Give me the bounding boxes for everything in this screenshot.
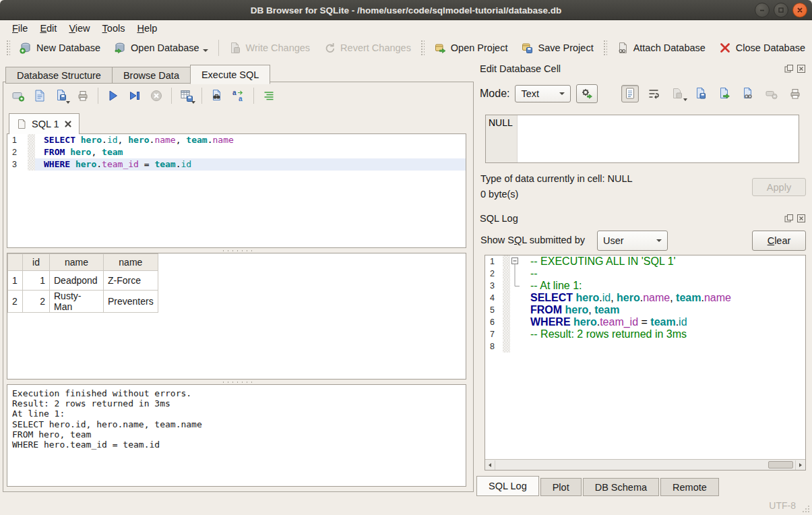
corner-header-cell[interactable] [8,254,23,271]
cell[interactable]: Rusty-Man [50,291,104,313]
minimize-icon [757,5,768,16]
close-panel-icon[interactable] [797,214,806,223]
resize-grip[interactable] [802,505,810,513]
close-database-label: Close Database [736,42,805,53]
menu-view[interactable]: View [63,22,96,35]
dock-tab-sql-log[interactable]: SQL Log [476,476,539,496]
fold-margin [503,316,510,328]
execute-all-button[interactable] [104,86,123,105]
tab-execute-sql[interactable]: Execute SQL [190,65,270,84]
menu-help[interactable]: Help [131,22,163,35]
column-header-name[interactable]: name [104,254,158,271]
fold-margin [503,255,510,268]
open-sql-file-button[interactable] [30,86,49,105]
minimize-button[interactable] [755,3,770,18]
column-header-id[interactable]: id [23,254,50,271]
code-text [522,340,805,353]
save-cell-button[interactable] [668,85,686,102]
format-sql-button[interactable] [259,86,278,105]
print-icon [77,90,89,102]
log-filter-select[interactable]: User [597,231,668,251]
auto-switch-mode-button[interactable] [576,84,598,103]
scroll-left-icon[interactable] [485,460,495,470]
find-button[interactable] [208,86,226,105]
sql-editor[interactable]: 1SELECT hero.id, hero.name, team.name2FR… [7,133,466,248]
word-wrap-button[interactable] [645,85,662,102]
code-line-5: 5FROM hero, team [485,304,805,316]
mode-text-button[interactable] [621,85,639,102]
menu-file[interactable]: File [6,22,34,35]
save-project-button[interactable]: Save Project [514,39,600,57]
cell[interactable]: Deadpond [50,271,104,291]
main-toolbar: New DatabaseOpen DatabaseWrite ChangesRe… [0,36,812,59]
dock-tab-remote[interactable]: Remote [660,478,719,496]
open-project-button[interactable]: Open Project [427,39,515,57]
import-cell-data-button[interactable] [692,85,710,102]
apply-button[interactable]: Apply [752,178,806,196]
save-results-button[interactable] [177,86,196,105]
line-number: 4 [485,292,503,304]
tab-database-structure[interactable]: Database Structure [5,67,112,84]
attach-database-button[interactable]: Attach Database [610,39,712,57]
maximize-button[interactable] [774,3,788,18]
float-panel-icon[interactable] [784,64,794,73]
log-horizontal-scrollbar[interactable] [485,459,805,470]
cell-value-editor[interactable]: NULL [485,115,799,163]
print-cell-button[interactable] [786,85,804,102]
toolbar-handle[interactable] [6,40,10,56]
cell[interactable]: Preventers [104,291,158,313]
save-sql-file-button[interactable] [52,86,71,105]
execute-sql-pane: aa SQL 1 1SELECT hero.id, hero.name, tea… [3,82,474,492]
row-header[interactable]: 2 [8,291,23,313]
float-panel-icon[interactable] [784,214,794,223]
revert-changes-button[interactable]: Revert Changes [317,39,418,57]
scroll-right-icon[interactable] [795,460,805,470]
results-output-splitter[interactable] [7,380,466,384]
sql-log-header: SQL Log [480,212,806,225]
export-cell-data-button[interactable] [716,85,733,102]
editor-results-splitter[interactable] [7,248,466,253]
close-database-button[interactable]: Close Database [712,39,812,57]
stop-execution-button[interactable] [147,86,166,105]
execute-current-line-button[interactable] [125,86,144,105]
open-in-external-button[interactable] [739,85,757,102]
file-save-icon [55,89,68,102]
sql-file-icon [16,119,27,129]
new-database-button[interactable]: New Database [13,39,107,57]
print-sql-button[interactable] [73,86,92,105]
write-changes-button[interactable]: Write Changes [222,39,317,57]
tab-browse-data[interactable]: Browse Data [112,67,190,84]
clear-log-button[interactable]: Clear [752,231,806,251]
menu-edit[interactable]: Edit [34,22,63,35]
open-database-button[interactable]: Open Database [107,39,215,57]
menu-tools[interactable]: Tools [96,22,131,35]
exec-line-icon [128,89,142,102]
cell[interactable]: 2 [23,291,50,313]
column-header-name[interactable]: name [50,254,104,271]
toolbar-handle[interactable] [603,40,607,56]
fold-marker[interactable] [510,255,522,268]
row-header[interactable]: 1 [8,271,23,291]
mode-select[interactable]: Text [515,85,571,102]
dock-tab-plot[interactable]: Plot [540,478,582,496]
fold-margin [28,146,35,158]
fold-column [510,328,522,340]
maximize-icon [776,5,786,16]
sql-file-tab[interactable]: SQL 1 [9,113,80,134]
format-icon [263,90,275,102]
scrollbar-thumb[interactable] [768,461,793,468]
close-button[interactable] [792,3,807,18]
titlebar: DB Browser for SQLite - /home/user/code/… [0,0,812,20]
cell[interactable]: Z-Force [104,271,158,291]
dock-tab-db-schema[interactable]: DB Schema [583,478,659,496]
cell[interactable]: 1 [23,271,50,291]
toolbar-handle[interactable] [420,40,425,56]
close-panel-icon[interactable] [797,64,806,73]
close-sql-tab-icon[interactable] [64,120,72,128]
set-null-button[interactable] [763,85,780,102]
open-sql-tab-button[interactable] [9,86,28,105]
fold-marker [510,268,522,280]
find-replace-button[interactable]: aa [229,86,248,105]
fold-margin [503,292,510,304]
sql-log-box: 1-- EXECUTING ALL IN 'SQL 1'2--3-- At li… [485,255,806,471]
